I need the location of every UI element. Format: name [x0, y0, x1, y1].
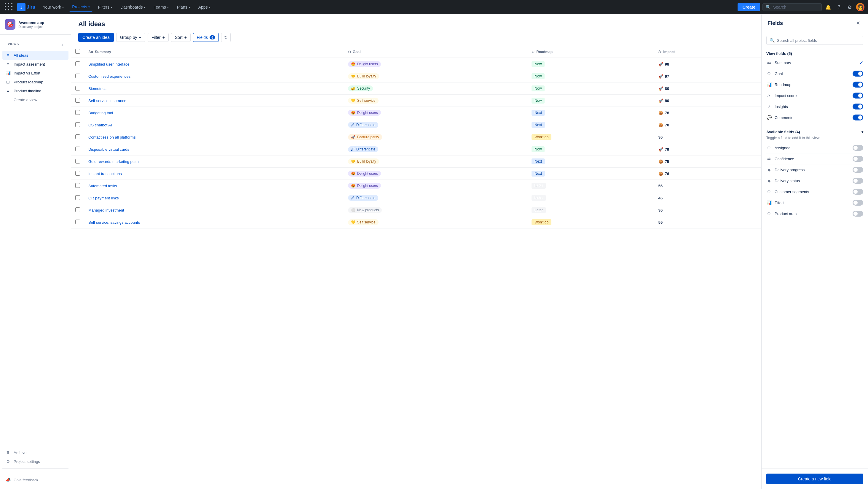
- sort-button[interactable]: Sort +: [171, 33, 191, 42]
- create-idea-button[interactable]: Create an idea: [78, 33, 114, 42]
- row-summary[interactable]: Contactless on all platforms: [84, 131, 344, 143]
- row-summary[interactable]: Disposable virtual cards: [84, 143, 344, 155]
- row-summary[interactable]: Self-service insurance: [84, 95, 344, 107]
- row-checkbox[interactable]: [75, 159, 80, 164]
- sidebar-item-give-feedback[interactable]: 📣 Give feedback: [2, 476, 68, 484]
- row-summary[interactable]: Customised experiences: [84, 70, 344, 83]
- sidebar-item-impact-vs-effort[interactable]: 📊 Impact vs Effort: [2, 68, 68, 78]
- help-icon[interactable]: ?: [835, 3, 843, 11]
- fields-search-bar[interactable]: 🔍: [766, 36, 863, 45]
- row-goal[interactable]: 🔐 Security: [348, 85, 373, 91]
- row-goal[interactable]: 💛 Self service: [348, 97, 378, 104]
- row-summary[interactable]: Simplified user interface: [84, 58, 344, 70]
- row-summary[interactable]: Biometrics: [84, 83, 344, 95]
- sidebar-item-product-timeline[interactable]: ≡ Product timeline: [2, 86, 68, 95]
- row-roadmap[interactable]: Now: [531, 97, 545, 104]
- toggle-delivery-status[interactable]: [852, 178, 863, 184]
- row-checkbox[interactable]: [75, 86, 80, 90]
- row-checkbox[interactable]: [75, 74, 80, 78]
- row-summary[interactable]: Managed investment: [84, 204, 344, 216]
- sidebar-item-product-roadmap[interactable]: ⊞ Product roadmap: [2, 78, 68, 86]
- sidebar-item-project-settings[interactable]: ⚙ Project settings: [2, 457, 68, 466]
- toggle-customer-segments[interactable]: [852, 189, 863, 195]
- notifications-icon[interactable]: 🔔: [824, 3, 832, 11]
- row-roadmap[interactable]: Next: [531, 122, 545, 128]
- row-goal[interactable]: 🖊 Differentiate: [348, 195, 378, 201]
- row-goal[interactable]: 😍 Delight users: [348, 110, 381, 116]
- toggle-roadmap[interactable]: [852, 82, 863, 88]
- row-goal[interactable]: 😍 Delight users: [348, 61, 381, 67]
- nav-item-dashboards[interactable]: Dashboards ▾: [117, 3, 149, 11]
- row-roadmap[interactable]: Next: [531, 171, 545, 177]
- row-checkbox[interactable]: [75, 122, 80, 127]
- search-bar[interactable]: 🔍: [763, 3, 822, 11]
- row-goal[interactable]: 💛 Self service: [348, 219, 378, 225]
- row-roadmap[interactable]: Now: [531, 146, 545, 152]
- nav-item-your-work[interactable]: Your work ▾: [40, 3, 67, 11]
- row-goal[interactable]: 🤝 Build loyalty: [348, 73, 379, 79]
- row-goal[interactable]: 🖊 Differentiate: [348, 146, 378, 152]
- available-fields-chevron[interactable]: ▾: [862, 130, 863, 134]
- row-goal[interactable]: 😍 Delight users: [348, 171, 381, 177]
- add-view-button[interactable]: +: [59, 42, 65, 48]
- row-roadmap[interactable]: Now: [531, 85, 545, 91]
- row-roadmap[interactable]: Later: [531, 183, 546, 189]
- toggle-goal[interactable]: [852, 70, 863, 77]
- project-header[interactable]: 🎯 Awesome app Discovery project: [0, 14, 71, 35]
- row-roadmap[interactable]: Won't do: [531, 134, 551, 140]
- row-goal[interactable]: 🤝 Build loyalty: [348, 159, 379, 164]
- toggle-impact-score[interactable]: [852, 93, 863, 98]
- toggle-effort[interactable]: [852, 200, 863, 206]
- nav-item-teams[interactable]: Teams ▾: [151, 3, 172, 11]
- row-checkbox[interactable]: [75, 207, 80, 212]
- filter-button[interactable]: Filter +: [148, 33, 169, 42]
- row-checkbox[interactable]: [75, 98, 80, 103]
- row-roadmap[interactable]: Now: [531, 73, 545, 79]
- row-goal[interactable]: ⚪ New products: [348, 207, 382, 213]
- sidebar-item-create-view[interactable]: + Create a view: [2, 95, 68, 104]
- nav-item-filters[interactable]: Filters ▾: [95, 3, 115, 11]
- jira-logo[interactable]: J Jira: [17, 3, 35, 11]
- row-checkbox[interactable]: [75, 171, 80, 176]
- row-roadmap[interactable]: Now: [531, 61, 545, 67]
- row-checkbox[interactable]: [75, 195, 80, 200]
- toggle-product-area[interactable]: [852, 211, 863, 217]
- toggle-assignee[interactable]: [852, 145, 863, 151]
- toggle-delivery-progress[interactable]: [852, 167, 863, 173]
- create-new-field-button[interactable]: Create a new field: [766, 473, 863, 484]
- row-checkbox[interactable]: [75, 61, 80, 66]
- row-goal[interactable]: 😍 Delight users: [348, 183, 381, 189]
- row-summary[interactable]: Gold rewards marketing push: [84, 155, 344, 168]
- row-summary[interactable]: QR payment links: [84, 192, 344, 204]
- toggle-insights[interactable]: [852, 104, 863, 110]
- row-roadmap[interactable]: Next: [531, 159, 545, 164]
- refresh-button[interactable]: ↻: [221, 33, 230, 42]
- row-goal[interactable]: 🖊 Differentiate: [348, 122, 378, 128]
- row-checkbox[interactable]: [75, 135, 80, 139]
- group-by-button[interactable]: Group by +: [116, 33, 145, 42]
- nav-grid-icon[interactable]: [4, 1, 15, 13]
- nav-item-apps[interactable]: Apps ▾: [195, 3, 213, 11]
- sidebar-item-impact-assessment[interactable]: ≡ Impact assesment: [2, 60, 68, 68]
- search-input[interactable]: [773, 5, 815, 9]
- fields-search-input[interactable]: [777, 38, 860, 43]
- row-checkbox[interactable]: [75, 147, 80, 151]
- fields-button[interactable]: Fields 6: [193, 33, 219, 42]
- close-fields-panel-button[interactable]: ✕: [854, 19, 862, 27]
- create-button[interactable]: Create: [738, 3, 760, 11]
- row-checkbox[interactable]: [75, 183, 80, 188]
- row-summary[interactable]: Automated tasks: [84, 180, 344, 192]
- row-checkbox[interactable]: [75, 110, 80, 115]
- select-all-checkbox[interactable]: [75, 49, 80, 54]
- row-summary[interactable]: Self service: savings accounts: [84, 216, 344, 228]
- row-summary[interactable]: Budgeting tool: [84, 107, 344, 119]
- row-roadmap[interactable]: Later: [531, 207, 546, 213]
- row-summary[interactable]: Instant transactions: [84, 168, 344, 180]
- row-goal[interactable]: 🚀 Feature parity: [348, 134, 382, 140]
- sidebar-item-all-ideas[interactable]: ≡ All ideas: [2, 51, 68, 60]
- avatar[interactable]: 👩: [856, 3, 864, 11]
- row-roadmap[interactable]: Later: [531, 195, 546, 201]
- settings-icon[interactable]: ⚙: [845, 3, 854, 11]
- toggle-confidence[interactable]: [852, 156, 863, 162]
- sidebar-item-archive[interactable]: 🗑 Archive: [2, 448, 68, 457]
